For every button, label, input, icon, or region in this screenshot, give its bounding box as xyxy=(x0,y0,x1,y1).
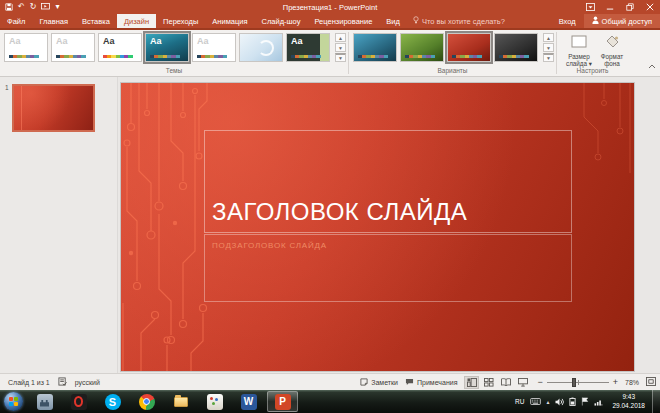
notes-button[interactable]: Заметки xyxy=(360,378,398,387)
undo-icon[interactable]: ↶ xyxy=(18,3,25,11)
comments-button[interactable]: Примечания xyxy=(405,378,457,387)
spellcheck-icon[interactable] xyxy=(58,377,67,387)
network-icon[interactable] xyxy=(594,398,603,406)
redo-icon[interactable]: ↻ xyxy=(30,3,37,11)
keyboard-icon[interactable] xyxy=(530,398,541,405)
skype-icon: S xyxy=(105,394,121,410)
tab-design[interactable]: Дизайн xyxy=(117,14,156,28)
themes-scroll-down[interactable]: ▼ xyxy=(335,43,346,52)
taskbar-powerpoint-active[interactable]: P xyxy=(267,391,298,412)
slide-1-thumbnail[interactable] xyxy=(12,84,95,132)
format-background-button[interactable]: Формат фона xyxy=(598,33,626,67)
close-icon[interactable] xyxy=(640,0,660,14)
theme-thumbnail-1[interactable]: Aa xyxy=(4,33,48,62)
theme-thumbnail-swoosh[interactable] xyxy=(239,33,283,62)
variant-thumbnail-black[interactable] xyxy=(494,33,538,62)
language-indicator[interactable]: RU xyxy=(515,398,524,405)
slides-panel[interactable]: 1 xyxy=(0,77,118,373)
variant-thumbnail-red-selected[interactable] xyxy=(447,33,491,62)
zoom-slider-thumb[interactable] xyxy=(572,378,576,387)
theme-thumbnail-5[interactable]: Aa xyxy=(192,33,236,62)
security-app-icon xyxy=(37,394,53,410)
tab-insert[interactable]: Вставка xyxy=(75,14,117,28)
taskbar-word[interactable]: W xyxy=(233,391,264,412)
theme-thumbnail-darkgreen[interactable]: Aa xyxy=(286,33,330,62)
status-bar: Слайд 1 из 1 русский Заметки Примечания … xyxy=(0,373,660,390)
volume-icon[interactable] xyxy=(555,398,564,406)
subtitle-placeholder[interactable]: ПОДЗАГОЛОВОК СЛАЙДА xyxy=(204,234,572,302)
tab-animations[interactable]: Анимация xyxy=(205,14,254,28)
language-label[interactable]: русский xyxy=(75,379,100,386)
chrome-icon xyxy=(139,394,155,410)
variant-thumbnail-blue[interactable] xyxy=(353,33,397,62)
zoom-percentage[interactable]: 78% xyxy=(625,379,639,386)
zoom-slider[interactable] xyxy=(547,382,609,383)
sign-in-button[interactable]: Вход xyxy=(551,14,584,28)
taskbar-paint[interactable] xyxy=(199,391,230,412)
tab-home[interactable]: Главная xyxy=(32,14,75,28)
theme-thumbnail-2[interactable]: Aa xyxy=(51,33,95,62)
theme-thumbnail-office[interactable]: Aa xyxy=(98,33,142,62)
taskbar-apps: S W P xyxy=(29,391,298,412)
normal-view-button[interactable] xyxy=(464,376,479,389)
minimize-icon[interactable] xyxy=(600,0,620,14)
title-placeholder[interactable]: ЗАГОЛОВОК СЛАЙДА xyxy=(204,130,572,233)
tell-me-box[interactable]: Что вы хотите сделать? xyxy=(407,14,511,28)
taskbar-skype[interactable]: S xyxy=(97,391,128,412)
theme-thumbnail-circuit-selected[interactable]: Aa xyxy=(145,33,189,62)
windows-taskbar: S W P RU ▲ 9:43 29.04.2018 xyxy=(0,390,660,413)
powerpoint-window: ↶ ↻ ▾ Презентация1 - PowerPoint Файл Гла… xyxy=(0,0,660,413)
ribbon-display-options-icon[interactable] xyxy=(580,0,600,14)
zoom-out-button[interactable]: − xyxy=(537,378,542,387)
tab-transitions[interactable]: Переходы xyxy=(156,14,205,28)
slide-canvas[interactable]: ЗАГОЛОВОК СЛАЙДА ПОДЗАГОЛОВОК СЛАЙДА xyxy=(121,83,634,371)
collapse-ribbon-icon[interactable] xyxy=(648,55,656,73)
clock-date: 29.04.2018 xyxy=(612,402,645,410)
zoom-in-button[interactable]: + xyxy=(613,378,618,387)
tab-slideshow[interactable]: Слайд-шоу xyxy=(255,14,308,28)
tab-review[interactable]: Рецензирование xyxy=(307,14,379,28)
tab-view[interactable]: Вид xyxy=(379,14,407,28)
slide-title-text[interactable]: ЗАГОЛОВОК СЛАЙДА xyxy=(205,198,473,232)
slideshow-view-button[interactable] xyxy=(515,376,530,389)
reading-view-button[interactable] xyxy=(498,376,513,389)
battery-icon[interactable] xyxy=(569,397,576,406)
slide-size-button[interactable]: Размер слайда ▾ xyxy=(565,33,593,67)
ribbon-tab-row: Файл Главная Вставка Дизайн Переходы Ани… xyxy=(0,14,660,28)
start-slideshow-icon[interactable] xyxy=(41,3,50,11)
action-center-flag-icon[interactable] xyxy=(581,397,589,406)
share-label: Общий доступ xyxy=(602,17,652,26)
customize-group-label: Настроить xyxy=(557,67,628,76)
variant-thumbnail-green[interactable] xyxy=(400,33,444,62)
window-title: Презентация1 - PowerPoint xyxy=(0,3,660,12)
lightbulb-icon xyxy=(413,16,419,26)
show-desktop-button[interactable] xyxy=(652,390,660,413)
taskbar-chrome[interactable] xyxy=(131,391,162,412)
taskbar-opera[interactable] xyxy=(63,391,94,412)
taskbar-clock[interactable]: 9:43 29.04.2018 xyxy=(608,393,649,409)
view-switcher xyxy=(464,376,530,389)
tab-file[interactable]: Файл xyxy=(0,14,32,28)
start-button[interactable] xyxy=(4,392,23,411)
restore-icon[interactable] xyxy=(620,0,640,14)
slide-sorter-view-button[interactable] xyxy=(481,376,496,389)
variants-more-button[interactable]: ▼ xyxy=(543,53,554,62)
taskbar-security-app[interactable] xyxy=(29,391,60,412)
slide-subtitle-text[interactable]: ПОДЗАГОЛОВОК СЛАЙДА xyxy=(205,235,571,250)
quick-access-toolbar: ↶ ↻ ▾ xyxy=(0,3,59,11)
share-button[interactable]: Общий доступ xyxy=(584,14,660,28)
customize-qat-icon[interactable]: ▾ xyxy=(55,3,59,11)
taskbar-explorer[interactable] xyxy=(165,391,196,412)
slide-count-label[interactable]: Слайд 1 из 1 xyxy=(8,379,50,386)
save-icon[interactable] xyxy=(5,3,13,11)
hidden-icons-expand[interactable]: ▲ xyxy=(546,399,551,405)
themes-gallery-scroll: ▲ ▼ ▼ xyxy=(335,33,346,62)
fit-to-window-icon[interactable] xyxy=(646,377,656,387)
themes-scroll-up[interactable]: ▲ xyxy=(335,33,346,42)
themes-group-label: Темы xyxy=(0,67,348,76)
notes-icon xyxy=(360,378,368,387)
person-icon xyxy=(592,16,599,26)
variants-scroll-down[interactable]: ▼ xyxy=(543,43,554,52)
variants-scroll-up[interactable]: ▲ xyxy=(543,33,554,42)
themes-more-button[interactable]: ▼ xyxy=(335,53,346,62)
